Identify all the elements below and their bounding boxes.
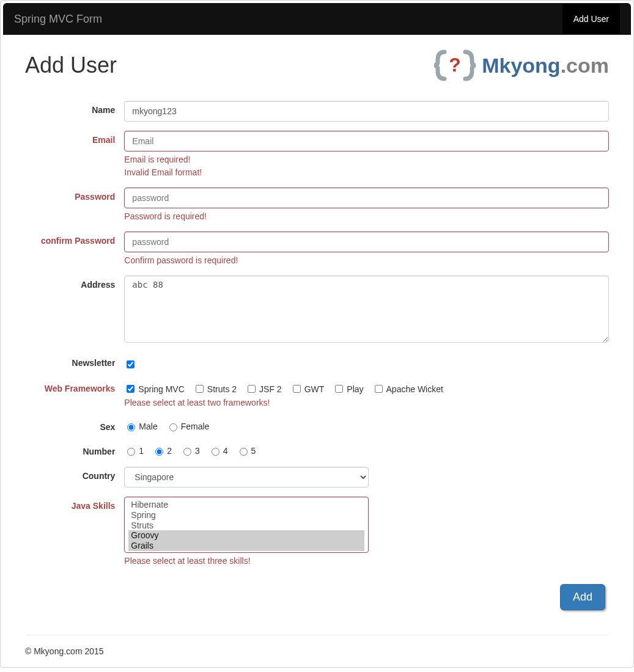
sex-option-1[interactable]: Female	[166, 418, 210, 431]
divider	[25, 635, 609, 635]
javaskills-label: Java Skills	[25, 497, 124, 567]
svg-text:?: ?	[449, 54, 461, 76]
javaskills-select[interactable]: HibernateSpringStrutsGroovyGrails	[124, 497, 369, 553]
sex-radio-0[interactable]	[127, 423, 135, 431]
sex-option-0[interactable]: Male	[124, 418, 157, 431]
confirm-password-error: Confirm password is required!	[124, 255, 609, 265]
framework-checkbox-4[interactable]	[335, 385, 343, 393]
number-radio-3[interactable]	[212, 448, 219, 456]
number-option-2[interactable]: 3	[180, 442, 200, 456]
navbar-brand[interactable]: Spring MVC Form	[14, 13, 102, 26]
email-error-1: Invalid Email format!	[124, 167, 609, 177]
address-textarea[interactable]: abc 88	[124, 276, 609, 343]
add-button[interactable]: Add	[560, 584, 605, 610]
name-label: Name	[25, 101, 124, 122]
email-input[interactable]	[124, 131, 609, 152]
sex-radio-1[interactable]	[169, 423, 177, 431]
navbar: Spring MVC Form Add User	[3, 3, 631, 35]
number-option-3[interactable]: 4	[208, 442, 228, 456]
number-radio-1[interactable]	[155, 448, 163, 456]
question-braces-icon: ?	[434, 48, 476, 82]
framework-option-3[interactable]: GWT	[290, 379, 325, 395]
framework-option-4[interactable]: Play	[333, 379, 363, 395]
framework-option-1[interactable]: Struts 2	[193, 379, 237, 395]
number-option-0[interactable]: 1	[124, 442, 144, 456]
confirm-password-input[interactable]	[124, 232, 609, 252]
password-input[interactable]	[124, 188, 609, 208]
nav-add-user[interactable]: Add User	[562, 4, 620, 34]
frameworks-error: Please select at least two frameworks!	[124, 398, 609, 407]
password-error: Password is required!	[124, 211, 609, 221]
email-label: Email	[25, 131, 124, 178]
frameworks-label: Web Frameworks	[25, 379, 124, 409]
number-option-4[interactable]: 5	[237, 442, 256, 456]
confirm-password-label: confirm Password	[25, 232, 124, 266]
newsletter-checkbox[interactable]	[127, 360, 135, 368]
sex-label: Sex	[25, 418, 124, 433]
password-label: Password	[25, 188, 124, 222]
logo-text: Mkyong.com	[482, 54, 609, 78]
number-radio-2[interactable]	[183, 448, 191, 456]
newsletter-label: Newsletter	[25, 354, 124, 370]
footer-text: © Mkyong.com 2015	[25, 646, 609, 661]
framework-option-0[interactable]: Spring MVC	[124, 379, 184, 395]
framework-checkbox-1[interactable]	[196, 385, 204, 393]
country-select[interactable]: Singapore	[124, 467, 369, 488]
number-radio-4[interactable]	[240, 448, 248, 456]
page-title: Add User	[25, 53, 117, 78]
address-label: Address	[25, 276, 124, 345]
number-label: Number	[25, 442, 124, 458]
name-input[interactable]	[124, 101, 609, 122]
framework-checkbox-5[interactable]	[375, 385, 383, 393]
country-label: Country	[25, 467, 124, 488]
framework-checkbox-0[interactable]	[127, 385, 135, 393]
framework-option-5[interactable]: Apache Wicket	[372, 379, 443, 395]
framework-checkbox-2[interactable]	[248, 385, 256, 393]
number-radio-0[interactable]	[127, 448, 135, 456]
javaskills-error: Please select at least three skills!	[124, 556, 609, 566]
framework-option-2[interactable]: JSF 2	[245, 379, 282, 395]
number-option-1[interactable]: 2	[152, 442, 172, 456]
logo: ? Mkyong.com	[434, 48, 609, 82]
framework-checkbox-3[interactable]	[293, 385, 301, 393]
email-error-0: Email is required!	[124, 155, 609, 164]
